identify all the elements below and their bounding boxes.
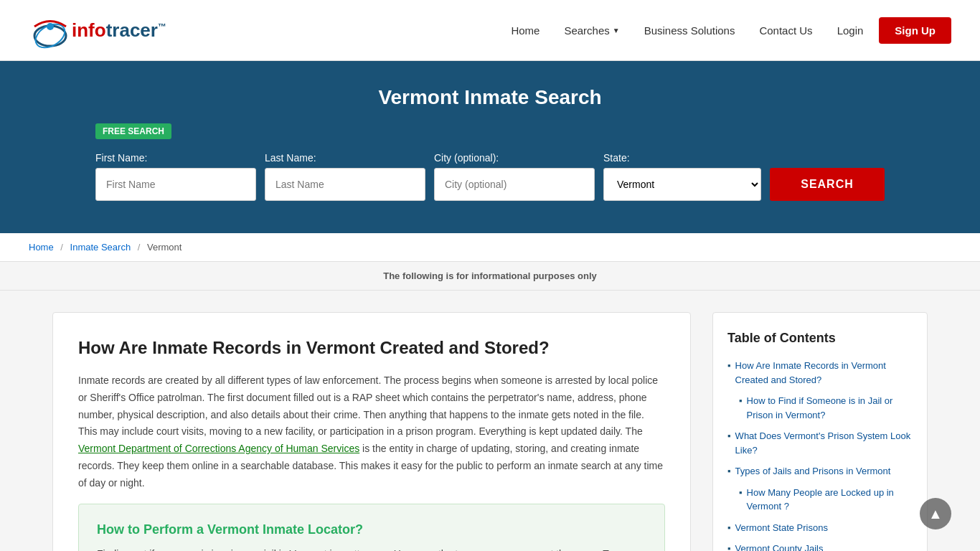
nav-contact[interactable]: Contact Us [750, 19, 821, 42]
toc-link-4[interactable]: Types of Jails and Prisons in Vermont [735, 464, 891, 479]
toc-bullet-1: ▪ [727, 360, 731, 371]
subsection-heading: How to Perform a Vermont Inmate Locator? [97, 522, 646, 537]
logo[interactable]: infotracer™ [29, 9, 166, 52]
article-heading: How Are Inmate Records in Vermont Create… [78, 338, 665, 358]
state-select[interactable]: Vermont [603, 168, 761, 201]
toc-bullet-4: ▪ [727, 466, 731, 476]
first-name-input[interactable] [95, 168, 256, 201]
breadcrumb: Home / Inmate Search / Vermont [0, 233, 980, 262]
last-name-input[interactable] [265, 168, 425, 201]
city-label: City (optional): [434, 152, 595, 164]
toc-bullet-3: ▪ [727, 430, 731, 441]
toc-item-2: ▪ How to Find if Someone is in Jail or P… [727, 394, 913, 422]
main-nav: Home Searches ▼ Business Solutions Conta… [502, 17, 951, 44]
toc-bullet-2: ▪ [727, 395, 743, 422]
free-search-badge: FREE SEARCH [95, 123, 171, 139]
search-button[interactable]: SEARCH [770, 168, 885, 201]
scroll-to-top-button[interactable]: ▲ [920, 498, 951, 529]
nav-login[interactable]: Login [829, 19, 872, 42]
state-label: State: [603, 152, 761, 164]
last-name-label: Last Name: [265, 152, 425, 164]
sidebar: Table of Contents ▪ How Are Inmate Recor… [712, 312, 928, 551]
toc-list: ▪ How Are Inmate Records in Vermont Crea… [727, 359, 913, 551]
toc-link-6[interactable]: Vermont State Prisons [735, 521, 828, 535]
chevron-down-icon: ▼ [613, 27, 620, 34]
logo-info: info [72, 19, 106, 41]
toc-item-1: ▪ How Are Inmate Records in Vermont Crea… [727, 359, 913, 387]
toc-item-6: ▪ Vermont State Prisons [727, 521, 913, 535]
toc-bullet-7: ▪ [727, 543, 731, 551]
hero-section: Vermont Inmate Search FREE SEARCH First … [0, 61, 980, 233]
subsection-box: How to Perform a Vermont Inmate Locator?… [78, 504, 665, 551]
nav-home[interactable]: Home [502, 19, 548, 42]
article-paragraph-1: Inmate records are created by all differ… [78, 372, 665, 492]
info-bar: The following is for informational purpo… [0, 262, 980, 291]
main-content: How Are Inmate Records in Vermont Create… [24, 291, 956, 551]
toc-item-5: ▪ How Many People are Locked up in Vermo… [727, 486, 913, 514]
toc-link-1[interactable]: How Are Inmate Records in Vermont Create… [735, 359, 913, 387]
nav-searches[interactable]: Searches ▼ [555, 19, 628, 42]
toc: Table of Contents ▪ How Are Inmate Recor… [712, 312, 928, 551]
breadcrumb-inmate-search[interactable]: Inmate Search [70, 242, 131, 253]
first-name-label: First Name: [95, 152, 256, 164]
logo-tracer: tracer [106, 19, 158, 41]
toc-item-7: ▪ Vermont County Jails [727, 542, 913, 551]
breadcrumb-sep-2: / [138, 242, 141, 253]
article: How Are Inmate Records in Vermont Create… [52, 312, 691, 551]
breadcrumb-home[interactable]: Home [29, 242, 54, 253]
breadcrumb-sep-1: / [60, 242, 63, 253]
nav-business[interactable]: Business Solutions [636, 19, 744, 42]
toc-link-3[interactable]: What Does Vermont's Prison System Look L… [735, 429, 913, 457]
vt-dept-corrections-link[interactable]: Vermont Department of Corrections Agency… [78, 443, 359, 454]
breadcrumb-vermont: Vermont [147, 242, 182, 253]
toc-item-4: ▪ Types of Jails and Prisons in Vermont [727, 464, 913, 479]
toc-link-2[interactable]: How to Find if Someone is in Jail or Pri… [747, 394, 913, 422]
nav-signup-button[interactable]: Sign Up [879, 17, 951, 44]
toc-heading: Table of Contents [727, 331, 913, 346]
arrow-up-icon: ▲ [928, 506, 943, 522]
logo-icon [29, 9, 72, 52]
toc-link-5[interactable]: How Many People are Locked up in Vermont… [747, 486, 913, 514]
header: infotracer™ Home Searches ▼ Business Sol… [0, 0, 980, 61]
toc-bullet-5: ▪ [727, 487, 743, 514]
first-name-group: First Name: [95, 152, 256, 201]
toc-link-7[interactable]: Vermont County Jails [735, 542, 824, 551]
state-group: State: Vermont [603, 152, 761, 201]
hero-title: Vermont Inmate Search [29, 86, 951, 109]
city-input[interactable] [434, 168, 595, 201]
toc-item-3: ▪ What Does Vermont's Prison System Look… [727, 429, 913, 457]
last-name-group: Last Name: [265, 152, 425, 201]
subsection-paragraph: Finding out if someone is in prison or j… [97, 546, 646, 551]
toc-bullet-6: ▪ [727, 522, 731, 533]
city-group: City (optional): [434, 152, 595, 201]
logo-tm: ™ [158, 22, 166, 32]
svg-point-2 [47, 23, 54, 30]
search-form: First Name: Last Name: City (optional): … [95, 152, 885, 201]
